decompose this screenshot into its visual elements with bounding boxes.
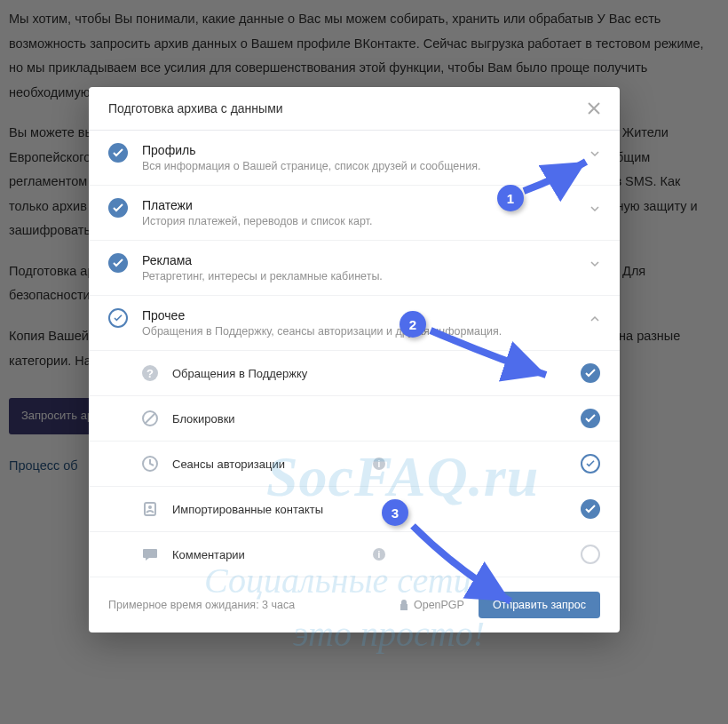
info-icon[interactable]: i — [373, 457, 385, 470]
subitem-label: Комментарии — [172, 548, 368, 561]
checkbox-partial-icon[interactable] — [108, 308, 128, 328]
checkbox-checked-icon[interactable] — [108, 253, 128, 273]
section-payments[interactable]: Платежи История платежей, переводов и сп… — [89, 186, 620, 241]
question-icon: ? — [140, 363, 160, 383]
submit-button[interactable]: Отправить запрос — [479, 592, 600, 618]
chevron-down-icon[interactable] — [590, 203, 600, 214]
annotation-bubble-3: 3 — [382, 499, 408, 526]
modal-title: Подготовка архива с данными — [108, 101, 283, 115]
contacts-icon — [140, 499, 160, 519]
modal-header: Подготовка архива с данными — [89, 87, 620, 131]
info-icon[interactable]: i — [373, 548, 385, 561]
chevron-down-icon[interactable] — [590, 148, 600, 159]
section-ads[interactable]: Реклама Ретаргетинг, интересы и рекламны… — [89, 241, 620, 296]
chevron-down-icon[interactable] — [590, 259, 600, 269]
wait-time-text: Примерное время ожидания: 3 часа — [108, 599, 384, 611]
checkbox-checked-icon[interactable] — [581, 409, 600, 428]
subitem-blocks[interactable]: Блокировки — [89, 396, 620, 442]
subitem-label: Блокировки — [172, 412, 581, 426]
subitem-support[interactable]: ? Обращения в Поддержку — [89, 351, 620, 396]
section-description: История платежей, переводов и список кар… — [142, 215, 581, 227]
section-profile[interactable]: Профиль Вся информация о Вашей странице,… — [89, 131, 620, 186]
section-description: Обращения в Поддержку, сеансы авторизаци… — [142, 325, 581, 338]
section-title: Прочее — [142, 308, 581, 322]
section-title: Реклама — [142, 253, 581, 267]
checkbox-checked-icon[interactable] — [108, 143, 128, 163]
svg-point-6 — [148, 505, 152, 509]
checkbox-checked-icon[interactable] — [581, 363, 600, 383]
checkbox-checked-icon[interactable] — [581, 499, 600, 519]
chevron-up-icon[interactable] — [590, 314, 600, 324]
subitem-label: Импортированные контакты — [172, 503, 581, 516]
section-description: Вся информация о Вашей странице, список … — [142, 160, 581, 172]
section-title: Профиль — [142, 143, 581, 157]
svg-line-3 — [145, 413, 155, 424]
svg-text:?: ? — [146, 367, 154, 380]
subitems-list: ? Обращения в Поддержку Блокировки Сеанс… — [89, 351, 620, 577]
subitem-sessions[interactable]: Сеансы авторизации i — [89, 442, 620, 487]
checkbox-partial-icon[interactable] — [581, 454, 600, 473]
checkbox-checked-icon[interactable] — [108, 198, 128, 218]
modal-footer: Примерное время ожидания: 3 часа OpenPGP… — [89, 577, 620, 633]
clock-icon — [140, 454, 160, 473]
section-other[interactable]: Прочее Обращения в Поддержку, сеансы авт… — [89, 296, 620, 351]
checkbox-unchecked-icon[interactable] — [581, 545, 600, 564]
openpgp-link[interactable]: OpenPGP — [399, 599, 464, 611]
block-icon — [140, 409, 160, 428]
openpgp-label: OpenPGP — [414, 599, 464, 611]
annotation-bubble-1: 1 — [497, 185, 524, 211]
lock-icon — [399, 599, 409, 611]
archive-modal: Подготовка архива с данными Профиль Вся … — [89, 87, 620, 633]
subitem-label: Сеансы авторизации — [172, 457, 368, 471]
close-icon[interactable] — [588, 102, 600, 115]
subitem-label: Обращения в Поддержку — [172, 367, 581, 380]
comment-icon — [140, 545, 160, 564]
subitem-contacts[interactable]: Импортированные контакты — [89, 487, 620, 532]
section-description: Ретаргетинг, интересы и рекламные кабине… — [142, 270, 581, 282]
annotation-bubble-2: 2 — [400, 311, 426, 338]
subitem-comments[interactable]: Комментарии i — [89, 532, 620, 577]
